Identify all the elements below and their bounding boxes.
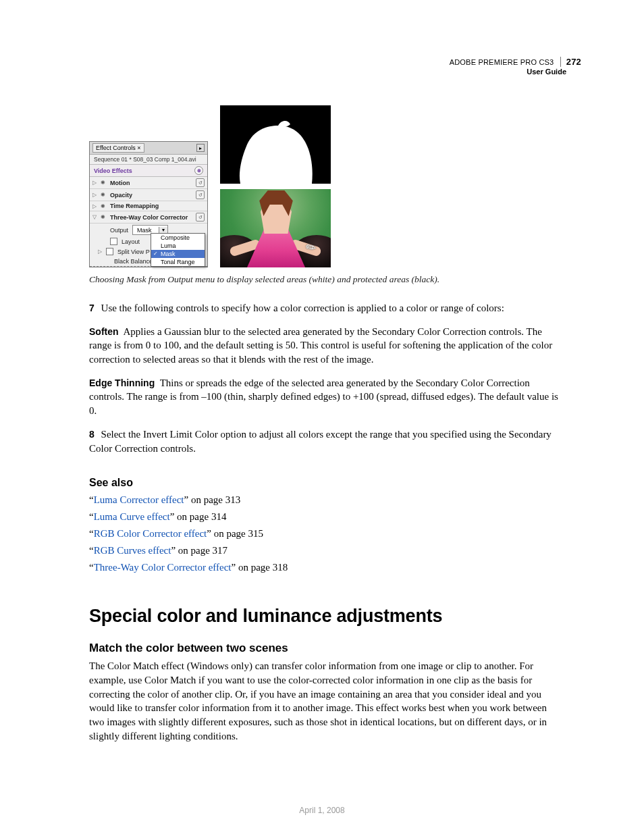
see-also-item: “RGB Color Corrector effect” on page 315	[89, 528, 564, 540]
xref-link[interactable]: RGB Curves effect	[94, 545, 171, 556]
section-body: The Color Match effect (Windows only) ca…	[89, 659, 564, 743]
product-name: ADOBE PREMIERE PRO CS3	[450, 58, 554, 66]
term-soften: Soften Applies a Gaussian blur to the se…	[89, 325, 564, 367]
reset-icon: ↺	[196, 190, 205, 199]
term-edge-thinning: Edge Thinning Thins or spreads the edge …	[89, 376, 564, 418]
fx-icon: ✺	[101, 180, 107, 186]
term-label: Edge Thinning	[89, 377, 155, 388]
fx-icon: ✺	[101, 203, 107, 209]
effect-row-three-way-cc: ▽ ✺ Three-Way Color Corrector ↺	[90, 211, 207, 224]
reset-icon: ↺	[196, 213, 205, 221]
guide-label: User Guide	[450, 68, 581, 77]
toggle-icon: ⊗	[194, 166, 203, 175]
page-number: 272	[560, 57, 581, 67]
step-8: 8 Select the Invert Limit Color option t…	[89, 427, 564, 455]
step-number: 8	[89, 429, 95, 440]
effect-row-time-remapping: ▷ ✺ Time Remapping	[90, 201, 207, 211]
effect-row-opacity: ▷ ✺ Opacity ↺	[90, 189, 207, 201]
see-also-item: “Luma Curve effect” on page 314	[89, 511, 564, 523]
see-also-item: “Three-Way Color Corrector effect” on pa…	[89, 562, 564, 573]
panel-sequence-line: Sequence 01 * S08_03 Comp 1_004.avi	[90, 155, 207, 165]
menu-item-composite: Composite	[151, 234, 205, 242]
see-also-item: “RGB Curves effect” on page 317	[89, 545, 564, 556]
source-video-thumbnail: ✎	[220, 189, 331, 267]
see-also-item: “Luma Corrector effect” on page 313	[89, 494, 564, 506]
panel-flyout-icon: ▸	[196, 144, 205, 152]
term-text: Applies a Gaussian blur to the selected …	[89, 326, 552, 365]
step-text: Use the following controls to specify ho…	[101, 303, 504, 313]
output-row: Output Mask ▾ Composite Luma Mask Tonal …	[90, 224, 207, 236]
effect-row-motion: ▷ ✺ Motion ↺	[90, 177, 207, 189]
menu-item-luma: Luma	[151, 242, 205, 250]
fx-icon: ✺	[101, 214, 107, 220]
step-text: Select the Invert Limit Color option to …	[89, 429, 552, 454]
checkbox-icon	[110, 238, 117, 245]
fx-icon: ✺	[101, 192, 107, 198]
panel-tab: Effect Controls ×	[92, 143, 144, 153]
section-title: Special color and luminance adjustments	[89, 606, 564, 627]
twirl-icon: ▷	[92, 192, 98, 198]
checkbox-icon	[106, 248, 113, 255]
menu-item-tonal-range: Tonal Range	[151, 258, 205, 266]
term-label: Soften	[89, 326, 119, 337]
see-also-heading: See also	[89, 477, 564, 489]
chevron-down-icon: ▾	[159, 227, 167, 233]
step-7: 7 Use the following controls to specify …	[89, 301, 564, 315]
xref-link[interactable]: RGB Color Corrector effect	[94, 528, 207, 539]
figure-caption: Choosing Mask from Output menu to displa…	[89, 274, 564, 285]
twirl-icon: ▷	[92, 203, 98, 209]
menu-item-mask: Mask	[151, 250, 205, 258]
see-also-block: See also “Luma Corrector effect” on page…	[89, 477, 564, 573]
term-text: Thins or spreads the edge of the selecte…	[89, 377, 558, 416]
xref-link[interactable]: Three-Way Color Corrector effect	[94, 562, 232, 573]
footer-date: April 1, 2008	[0, 806, 644, 815]
effect-controls-panel: Effect Controls × ▸ Sequence 01 * S08_03…	[89, 141, 208, 267]
xref-link[interactable]: Luma Corrector effect	[94, 494, 184, 505]
twirl-down-icon: ▽	[92, 214, 98, 220]
mask-output-thumbnail	[220, 105, 331, 184]
figure-cluster: Effect Controls × ▸ Sequence 01 * S08_03…	[89, 105, 564, 267]
output-dropdown-menu: Composite Luma Mask Tonal Range	[151, 233, 205, 267]
twirl-icon: ▷	[92, 180, 98, 186]
step-number: 7	[89, 303, 95, 313]
xref-link[interactable]: Luma Curve effect	[94, 511, 170, 522]
running-header: ADOBE PREMIERE PRO CS3 272 User Guide	[450, 57, 581, 77]
reset-icon: ↺	[196, 178, 205, 187]
video-effects-header: Video Effects	[94, 167, 132, 174]
twirl-icon: ▷	[98, 249, 102, 255]
subsection-title: Match the color between two scenes	[89, 642, 564, 655]
